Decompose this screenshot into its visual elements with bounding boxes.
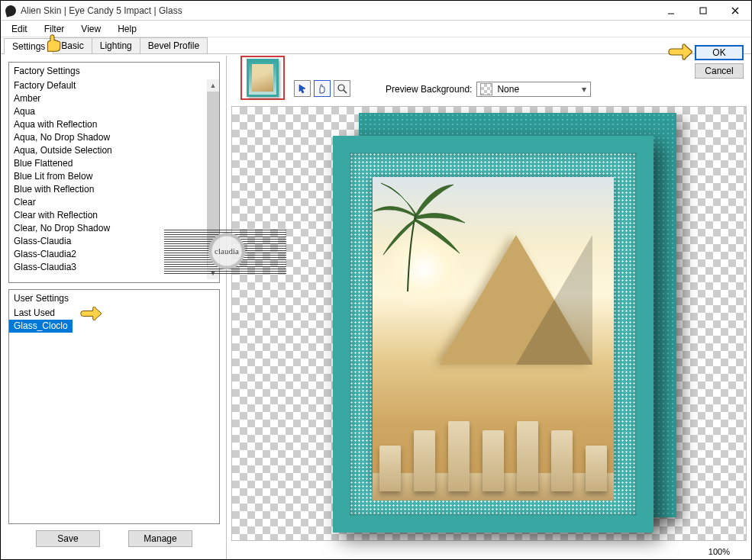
list-item[interactable]: Factory Default (9, 79, 207, 92)
pointer-hand-icon (667, 43, 693, 60)
manage-button[interactable]: Manage (128, 530, 192, 547)
menu-view[interactable]: View (75, 22, 107, 36)
scroll-thumb[interactable] (207, 92, 219, 252)
close-button[interactable] (719, 1, 751, 20)
minimize-button[interactable] (655, 1, 687, 20)
list-item[interactable]: Clear, No Drop Shadow (9, 222, 207, 235)
preview-artwork (333, 113, 676, 533)
list-item[interactable]: Glass-Claudia2 (9, 248, 207, 261)
list-item[interactable]: Blue with Reflection (9, 183, 207, 196)
list-item[interactable]: Aqua, No Drop Shadow (9, 131, 207, 144)
list-item[interactable]: Aqua, Outside Selection (9, 144, 207, 157)
scroll-down-icon[interactable]: ▼ (207, 267, 219, 279)
window-buttons (655, 1, 751, 20)
title-bar: Alien Skin | Eye Candy 5 Impact | Glass (1, 1, 751, 21)
pointer-hand-icon (79, 307, 102, 320)
tab-lighting[interactable]: Lighting (92, 37, 140, 53)
chevron-down-icon: ▾ (578, 84, 590, 95)
list-item[interactable]: Last Used (9, 307, 219, 320)
list-item[interactable]: Glass_Cloclo (9, 320, 73, 333)
list-item[interactable]: Amber (9, 92, 207, 105)
menu-edit[interactable]: Edit (5, 22, 34, 36)
settings-panel: Factory Settings Factory DefaultAmberAqu… (1, 56, 227, 559)
preview-thumbnail[interactable] (240, 56, 285, 100)
pointer-tool-icon[interactable] (294, 80, 311, 97)
app-icon (4, 4, 17, 17)
preview-tools (294, 80, 350, 97)
ok-button[interactable]: OK (695, 45, 744, 60)
zoom-label: 100% (708, 547, 730, 556)
list-item[interactable]: Blue Lit from Below (9, 170, 207, 183)
preview-panel: OK Cancel (227, 56, 751, 559)
list-item[interactable]: Blue Flattened (9, 157, 207, 170)
hand-tool-icon[interactable] (314, 80, 331, 97)
list-item[interactable]: Glass-Claudia (9, 235, 207, 248)
preview-bg-label: Preview Background: (386, 84, 472, 95)
user-settings-box: User Settings Last UsedGlass_Cloclo (8, 289, 220, 524)
list-item[interactable]: Clear with Reflection (9, 209, 207, 222)
factory-scrollbar[interactable]: ▲ ▼ (207, 79, 219, 279)
window-title: Alien Skin | Eye Candy 5 Impact | Glass (21, 5, 655, 16)
preview-bg-select[interactable]: None ▾ (476, 82, 591, 97)
factory-settings-box: Factory Settings Factory DefaultAmberAqu… (8, 62, 220, 283)
svg-rect-1 (700, 8, 706, 14)
list-item[interactable]: Glass-Claudia3 (9, 261, 207, 274)
preview-canvas[interactable] (231, 106, 747, 541)
save-button[interactable]: Save (36, 530, 100, 547)
svg-point-4 (338, 85, 344, 91)
zoom-tool-icon[interactable] (334, 80, 350, 97)
user-settings-header: User Settings (9, 290, 219, 307)
list-item[interactable]: Clear (9, 196, 207, 209)
settings-buttons: Save Manage (8, 524, 220, 553)
list-item[interactable]: Aqua (9, 105, 207, 118)
menu-bar: Edit Filter View Help (1, 21, 751, 37)
menu-filter[interactable]: Filter (38, 22, 71, 36)
scroll-up-icon[interactable]: ▲ (207, 79, 219, 92)
pointer-hand-icon (44, 34, 65, 53)
svg-line-5 (344, 90, 347, 93)
tab-bevel-profile[interactable]: Bevel Profile (140, 37, 208, 53)
menu-help[interactable]: Help (111, 22, 143, 36)
tabs: Settings Basic Lighting Bevel Profile (1, 37, 751, 54)
maximize-button[interactable] (687, 1, 719, 20)
cancel-button[interactable]: Cancel (695, 63, 744, 79)
checker-swatch-icon (480, 83, 492, 95)
factory-settings-header: Factory Settings (9, 63, 219, 79)
preview-bg-value: None (495, 84, 578, 95)
list-item[interactable]: Aqua with Reflection (9, 118, 207, 131)
